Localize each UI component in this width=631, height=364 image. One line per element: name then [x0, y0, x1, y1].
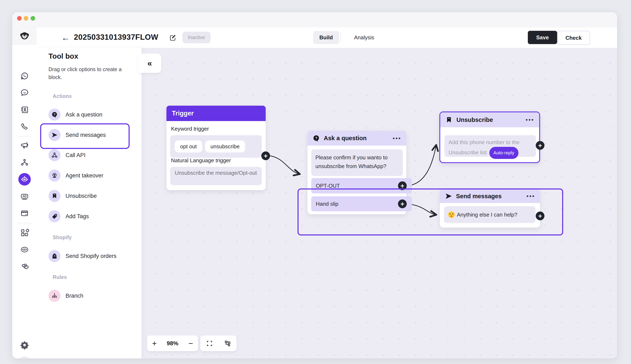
phone-icon [20, 122, 29, 131]
toolbox-item-add-tags[interactable]: Add Tags [48, 206, 136, 226]
section-label-shopify: Shopify [53, 234, 72, 240]
sidebar-item-integrations[interactable] [12, 260, 37, 273]
branch-tree-icon [48, 290, 60, 302]
sidebar-item-ads[interactable]: AD [12, 190, 37, 203]
bookmark-icon [445, 116, 453, 124]
node-menu-button[interactable]: ••• [526, 116, 534, 123]
node-trigger[interactable]: Trigger Keyword trigger opt out unsubscr… [166, 106, 266, 190]
chat-bubble-icon [20, 88, 29, 97]
auto-layout-icon [224, 340, 231, 347]
node-menu-button[interactable]: ••• [526, 193, 535, 200]
save-button[interactable]: Save [528, 31, 557, 44]
rename-flow-button[interactable] [169, 34, 176, 42]
flows-icon [20, 158, 29, 167]
flow-title: 20250331013937FLOW [74, 33, 158, 42]
svg-text:?: ? [315, 136, 317, 140]
toolbox-item-agent-takeover[interactable]: Agent takeover [48, 165, 136, 186]
edit-pencil-icon [169, 34, 176, 42]
canvas-view-controls [200, 336, 236, 351]
app-sidebar: AD [12, 28, 37, 358]
sidebar-item-chatbot[interactable] [12, 173, 37, 186]
fit-view-button[interactable] [206, 340, 213, 347]
shopping-bag-icon [48, 250, 60, 262]
avatar-image [19, 356, 28, 358]
send-node-header: Send messages ••• [440, 189, 540, 203]
user-avatar [19, 356, 30, 358]
trigger-node-header: Trigger [166, 106, 266, 121]
tab-analysis[interactable]: Analysis [354, 31, 374, 44]
auto-layout-button[interactable] [224, 340, 231, 347]
toolbox-item-ask-a-question[interactable]: ? Ask a question [48, 104, 136, 125]
sidebar-divider [17, 223, 32, 224]
toolbox-item-branch[interactable]: Branch [48, 286, 136, 306]
sidebar-item-contacts[interactable] [12, 103, 37, 116]
sidebar-item-api[interactable] [12, 243, 37, 256]
sidebar-item-apps[interactable] [12, 226, 37, 240]
toolbox-item-call-api[interactable]: Call API [48, 145, 136, 165]
connector-handle-send[interactable]: + [536, 212, 544, 220]
zoom-controls: + 98% − [147, 336, 198, 351]
close-window-button[interactable] [17, 16, 22, 20]
app-window: AD [12, 12, 617, 358]
send-message-body[interactable]: Anything else I can help? [444, 206, 536, 223]
node-menu-button[interactable]: ••• [393, 135, 401, 142]
zoom-level: 98% [167, 340, 178, 347]
option-row-hand-slip[interactable]: Hand slip [311, 196, 412, 211]
ads-icon: AD [20, 192, 29, 201]
sidebar-item-settings[interactable] [12, 338, 37, 352]
agent-headset-icon [48, 170, 60, 182]
node-send-messages[interactable]: Send messages ••• Anything else I can he… [440, 189, 540, 228]
broadcast-megaphone-icon [20, 141, 29, 150]
toolbox-item-label: Call API [66, 152, 86, 158]
sidebar-divider [17, 136, 32, 136]
bookmark-icon [48, 190, 60, 202]
keyword-chip[interactable]: opt out [175, 140, 202, 152]
toolbox-item-label: Agent takeover [66, 172, 104, 179]
sidebar-item-whatsapp-chats[interactable] [12, 69, 37, 82]
sidebar-item-broadcast[interactable] [12, 139, 37, 152]
node-ask-a-question[interactable]: ? Ask a question ••• Please confirm if y… [308, 131, 406, 214]
connector-handle-unsubscribe[interactable]: + [536, 141, 544, 150]
tab-build[interactable]: Build [313, 31, 339, 44]
api-code-icon [20, 245, 29, 254]
integrations-hearts-icon [20, 262, 29, 271]
sidebar-item-calls[interactable] [12, 120, 37, 133]
node-unsubscribe[interactable]: Unsubscribe ••• Add this phone number to… [440, 112, 540, 163]
api-nodes-icon [48, 149, 60, 161]
toolbox-item-label: Unsubscribe [66, 193, 97, 199]
toolbox-item-unsubscribe[interactable]: Unsubscribe [48, 186, 136, 206]
unsubscribe-body[interactable]: Add this phone number to the Unsubscribe… [444, 135, 536, 157]
sidebar-item-payments[interactable] [12, 207, 37, 220]
window-titlebar [12, 12, 617, 28]
sidebar-item-profile[interactable] [12, 355, 37, 358]
apps-grid-icon [20, 228, 29, 237]
connector-handle-hand-slip[interactable]: + [398, 200, 407, 208]
collapse-icon: « [147, 59, 152, 68]
tag-icon [48, 210, 60, 222]
connector-handle-trigger[interactable]: + [261, 152, 270, 160]
keyword-chip[interactable]: unsubscribe [205, 140, 245, 152]
toolbox-title: Tool box [48, 52, 78, 60]
minimize-window-button[interactable] [24, 16, 28, 20]
question-text[interactable]: Please confirm if you wanto to unsubscri… [311, 149, 403, 176]
toolbox-subtitle: Drag or click options to create a block. [48, 65, 132, 81]
sidebar-item-flows[interactable] [12, 156, 37, 169]
back-button[interactable]: ← [60, 33, 70, 43]
check-button[interactable]: Check [557, 31, 590, 45]
connector-handle-opt-out[interactable]: + [398, 182, 407, 190]
flow-canvas[interactable]: « Trigger Keyword trigger opt out unsubs… [142, 48, 617, 358]
zoom-window-button[interactable] [30, 16, 35, 20]
toolbox-item-send-messages[interactable]: Send messages [48, 125, 136, 145]
svg-text:AD: AD [22, 195, 27, 198]
nl-trigger-value[interactable]: Unsubscribe the message/Opt-out [170, 167, 262, 185]
chatbot-icon [20, 175, 29, 184]
option-row-opt-out[interactable]: OPT-OUT [311, 178, 412, 194]
app-logo[interactable] [12, 28, 37, 45]
flow-header: ← 20250331013937FLOW Inactive Build Anal… [37, 28, 617, 48]
toolbox-item-label: Send messages [66, 132, 106, 138]
collapse-toolbox-button[interactable]: « [138, 54, 161, 73]
edge-trigger-to-ask [270, 156, 299, 174]
section-label-rules: Rules [53, 274, 67, 280]
sidebar-item-chats[interactable] [12, 86, 37, 99]
toolbox-item-send-shopify-orders[interactable]: Send Shopify orders [48, 246, 136, 266]
